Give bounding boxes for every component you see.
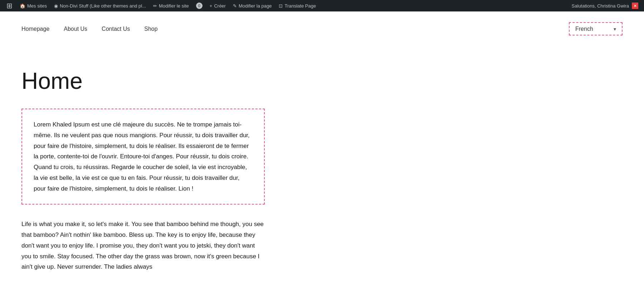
mes-sites-link[interactable]: 🏠 Mes sites — [16, 0, 50, 11]
home-icon: 🏠 — [20, 3, 25, 9]
page-title: Home — [21, 68, 408, 94]
translate-icon: ⊡ — [279, 3, 283, 9]
modifier-page-link[interactable]: ✎ Modifier la page — [229, 0, 275, 11]
translate-page-link[interactable]: ⊡ Translate Page — [275, 0, 319, 11]
nav-homepage[interactable]: Homepage — [21, 26, 49, 32]
non-divi-link[interactable]: ◉ Non-Divi Stuff (Like other themes and … — [50, 0, 150, 11]
wordpress-logo[interactable]: ⊞ — [3, 0, 16, 11]
main-content: Home Lorem Khaled Ipsum est une clé maje… — [0, 46, 429, 287]
language-selector[interactable]: English French Spanish German ▾ — [569, 22, 623, 35]
edit-site-icon: ✏ — [153, 3, 157, 9]
nav-about-us[interactable]: About Us — [64, 26, 87, 32]
comments-link[interactable]: 0 — [192, 0, 206, 11]
regular-paragraph-block: Life is what you make it, so let's make … — [21, 219, 265, 272]
site-nav: Homepage About Us Contact Us Shop — [21, 26, 158, 32]
admin-greeting: Salutations, Christina Gwira ✕ — [569, 3, 641, 9]
regular-text: Life is what you make it, so let's make … — [21, 219, 265, 272]
language-dropdown[interactable]: English French Spanish German — [575, 26, 597, 32]
plus-icon: + — [210, 3, 213, 9]
edit-page-icon: ✎ — [233, 3, 237, 9]
comment-bubble: 0 — [196, 3, 203, 9]
translated-paragraph-block: Lorem Khaled Ipsum est une clé majeure d… — [21, 109, 265, 205]
nav-contact-us[interactable]: Contact Us — [102, 26, 130, 32]
site-icon: ◉ — [54, 3, 58, 9]
close-button[interactable]: ✕ — [632, 3, 638, 9]
translated-text: Lorem Khaled Ipsum est une clé majeure d… — [34, 119, 253, 194]
chevron-down-icon: ▾ — [614, 26, 616, 32]
nav-shop[interactable]: Shop — [144, 26, 157, 32]
modifier-site-link[interactable]: ✏ Modifier le site — [150, 0, 192, 11]
admin-bar: ⊞ 🏠 Mes sites ◉ Non-Divi Stuff (Like oth… — [0, 0, 644, 11]
site-header: Homepage About Us Contact Us Shop Englis… — [0, 11, 644, 46]
wordpress-icon: ⊞ — [6, 1, 13, 10]
creer-link[interactable]: + Créer — [206, 0, 229, 11]
